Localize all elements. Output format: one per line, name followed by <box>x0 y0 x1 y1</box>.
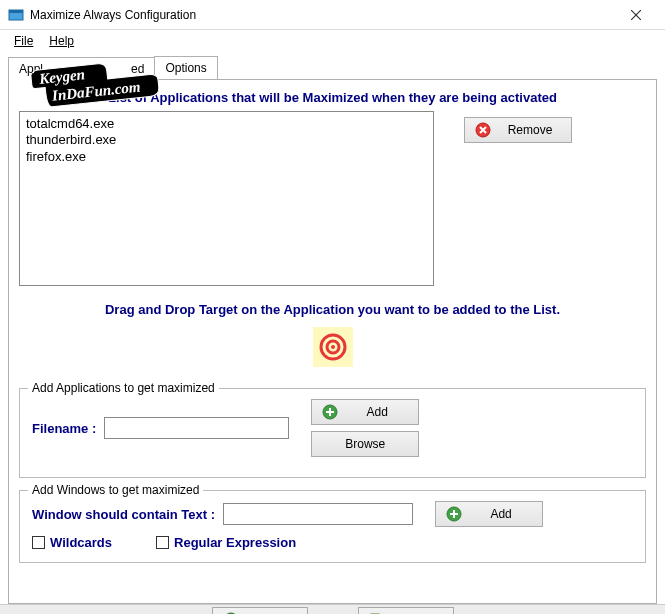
menu-help[interactable]: Help <box>41 32 82 50</box>
window-icon <box>8 7 24 23</box>
regex-checkbox[interactable]: Regular Expression <box>156 535 296 550</box>
close-button[interactable] <box>615 1 657 29</box>
filename-input[interactable] <box>104 417 289 439</box>
window-text-input[interactable] <box>223 503 413 525</box>
target-row <box>19 327 646 370</box>
remove-icon <box>475 122 491 138</box>
filename-label: Filename : <box>32 421 96 436</box>
add-app-buttons: Add Browse <box>311 399 419 457</box>
add-app-group: Add Applications to get maximized Filena… <box>19 388 646 478</box>
wildcards-label: Wildcards <box>50 535 112 550</box>
app-list-row: totalcmd64.exe thunderbird.exe firefox.e… <box>19 111 646 286</box>
checkbox-row: Wildcards Regular Expression <box>32 535 633 550</box>
add-window-legend: Add Windows to get maximized <box>28 483 203 497</box>
checkbox-icon <box>32 536 45 549</box>
browse-button[interactable]: Browse <box>311 431 419 457</box>
tab-label-prefix: Appl <box>19 62 43 76</box>
applications-listbox[interactable]: totalcmd64.exe thunderbird.exe firefox.e… <box>19 111 434 286</box>
tab-label-suffix: ed <box>131 62 144 76</box>
tabs: Applications maximized Options <box>8 56 657 80</box>
tab-applications[interactable]: Applications maximized <box>8 57 155 80</box>
svg-rect-1 <box>9 10 23 13</box>
filename-row: Filename : Add Browse <box>32 399 633 457</box>
window-text-label: Window should contain Text : <box>32 507 215 522</box>
window-title: Maximize Always Configuration <box>30 8 615 22</box>
list-item[interactable]: totalcmd64.exe <box>26 116 427 132</box>
list-title: List of Applications that will be Maximi… <box>19 90 646 105</box>
remove-button[interactable]: Remove <box>464 117 572 143</box>
add-app-legend: Add Applications to get maximized <box>28 381 219 395</box>
add-app-label: Add <box>346 405 408 419</box>
add-window-label: Add <box>470 507 532 521</box>
add-window-group: Add Windows to get maximized Window shou… <box>19 490 646 563</box>
bottom-bar: OK Cancel <box>0 604 665 614</box>
menubar: File Help <box>0 30 665 52</box>
window-text-row: Window should contain Text : Add <box>32 501 633 527</box>
list-item[interactable]: firefox.exe <box>26 149 427 165</box>
titlebar: Maximize Always Configuration <box>0 0 665 30</box>
tab-options[interactable]: Options <box>154 56 217 79</box>
add-window-button[interactable]: Add <box>435 501 543 527</box>
list-item[interactable]: thunderbird.exe <box>26 132 427 148</box>
browse-label: Browse <box>322 437 408 451</box>
checkbox-icon <box>156 536 169 549</box>
cancel-button[interactable]: Cancel <box>358 607 454 615</box>
add-icon <box>446 506 462 522</box>
add-app-button[interactable]: Add <box>311 399 419 425</box>
svg-point-11 <box>331 345 335 349</box>
ok-button[interactable]: OK <box>212 607 308 615</box>
remove-label: Remove <box>499 123 561 137</box>
add-icon <box>322 404 338 420</box>
menu-file[interactable]: File <box>6 32 41 50</box>
regex-label: Regular Expression <box>174 535 296 550</box>
drag-hint: Drag and Drop Target on the Application … <box>19 302 646 317</box>
wildcards-checkbox[interactable]: Wildcards <box>32 535 112 550</box>
tab-panel: List of Applications that will be Maximi… <box>8 80 657 604</box>
content-area: Applications maximized Options List of A… <box>0 52 665 604</box>
drag-target[interactable] <box>313 327 353 367</box>
